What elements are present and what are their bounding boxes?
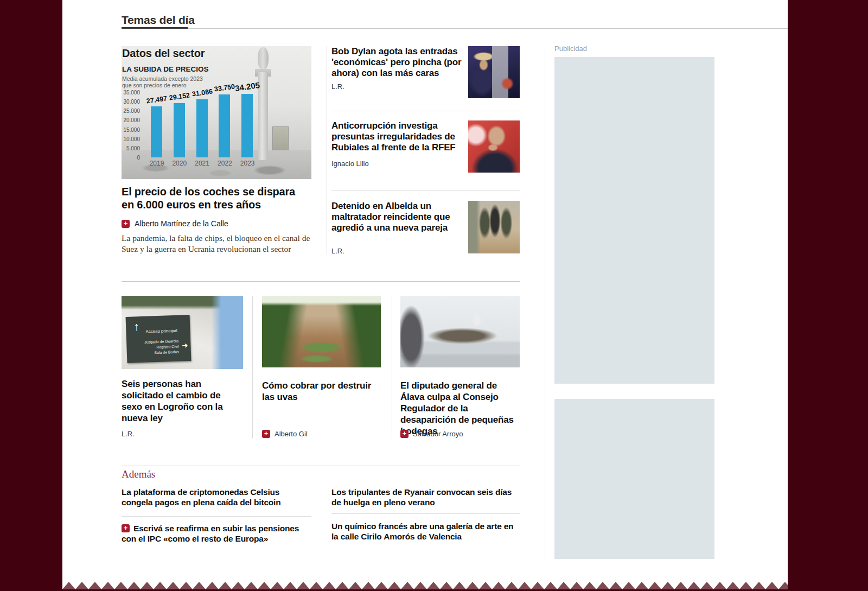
article-headline[interactable]: Seis personas han solicitado el cambio d… (122, 378, 242, 424)
card-divider (252, 296, 253, 439)
main-article-headline[interactable]: El precio de los coches se dispara en 6.… (122, 185, 309, 211)
article-headline[interactable]: El diputado general de Álava culpa al Co… (400, 380, 520, 437)
publicidad-label: Publicidad (554, 45, 587, 53)
section-rule-accent (122, 27, 188, 29)
arrow-up-icon: ↑ (133, 321, 140, 333)
chart-kicker: Datos del sector (122, 47, 205, 60)
chart-y-tick: 20.000 (122, 117, 140, 123)
chart-bar-2021 (196, 99, 208, 157)
arrow-right-icon: ➜ (181, 341, 188, 349)
article-author: L.R. (331, 82, 344, 91)
article-headline[interactable]: Anticorrupción investiga presuntas irreg… (331, 120, 468, 153)
article-byline: Alberto Gil (262, 430, 308, 438)
article-image-vineyard[interactable] (262, 296, 381, 367)
article-bob-dylan: Bob Dylan agota las entradas 'económicas… (331, 46, 520, 111)
article-headline[interactable]: Detenido en Albelda un maltratador reinc… (331, 201, 468, 233)
article-rubiales: Anticorrupción investiga presuntas irreg… (331, 120, 520, 190)
ademas-link-ryanair[interactable]: Los tripulantes de Ryanair convocan seis… (331, 487, 520, 507)
chart-note-line1: Media acumulada excepto 2023 (122, 75, 203, 82)
article-headline[interactable]: Bob Dylan agota las entradas 'económicas… (331, 46, 468, 79)
chart-y-tick: 35.000 (122, 90, 140, 96)
ademas-link-galeria[interactable]: Un químico francés abre una galería de a… (331, 521, 520, 542)
ad-slot-bottom[interactable] (554, 399, 714, 559)
news-page: Temas del día Datos del sector LA SUBIDA… (62, 0, 788, 591)
article-detenido: Detenido en Albelda un maltratador reinc… (331, 201, 520, 255)
article-author: Ignacio Lillo (331, 160, 369, 168)
zigzag-border (62, 582, 788, 589)
article-separator (331, 111, 520, 111)
chart-x-tick: 2021 (190, 160, 214, 167)
ademas-separator (122, 516, 311, 517)
ad-column-divider (545, 46, 545, 559)
article-image-courthouse[interactable]: ↑ Acceso principal Juzgado de Guardia Re… (122, 296, 243, 369)
chart-plot: 27.497201929.152202031.086202133.7502022… (141, 92, 304, 157)
premium-plus-icon (262, 430, 270, 438)
chart-y-tick: 0 (122, 155, 140, 161)
chart-x-tick: 2020 (168, 160, 192, 167)
chart-bar-2019 (151, 106, 162, 157)
chart-x-tick: 2019 (145, 160, 169, 167)
courthouse-sign: ↑ Acceso principal Juzgado de Guardia Re… (126, 315, 192, 363)
article-headline[interactable]: Cómo cobrar por destruir las uvas (262, 380, 381, 403)
article-image-bob-dylan[interactable] (468, 46, 520, 98)
card-cambio-sexo: ↑ Acceso principal Juzgado de Guardia Re… (122, 296, 243, 439)
chart-bar-2020 (174, 103, 185, 157)
chart-bar-2022 (219, 94, 230, 157)
chart-y-tick: 30.000 (122, 99, 140, 105)
chart-y-tick: 15.000 (122, 127, 140, 133)
premium-plus-icon (122, 524, 130, 532)
article-author: L.R. (122, 430, 135, 438)
chart-y-tick: 25.000 (122, 108, 140, 114)
chart-x-tick: 2022 (213, 160, 237, 167)
section-separator (122, 466, 520, 466)
column-divider (327, 46, 327, 255)
section-separator (122, 281, 520, 282)
article-author: Salvador Arroyo (413, 430, 463, 438)
card-bodegas: El diputado general de Álava culpa al Co… (400, 296, 520, 439)
ad-slot-top[interactable] (554, 57, 714, 384)
chart-title: LA SUBIDA DE PRECIOS (122, 65, 209, 73)
article-byline: L.R. (122, 430, 135, 438)
article-image-meeting[interactable] (400, 296, 520, 367)
chart-note-line2: que son precios de enero (122, 82, 187, 88)
ademas-link-escriva[interactable]: Escrivá se reafirma en subir las pension… (122, 523, 311, 544)
card-divider (392, 296, 392, 439)
chart-y-tick: 5.000 (122, 145, 140, 151)
main-article-author: Alberto Martínez de la Calle (135, 219, 228, 228)
statue-figure (258, 47, 269, 70)
article-image-rubiales[interactable] (468, 120, 520, 173)
section-title: Temas del día (122, 14, 195, 27)
article-image-arrest[interactable] (468, 201, 520, 253)
main-article-summary: La pandemia, la falta de chips, el bloqu… (122, 233, 310, 254)
premium-plus-icon (122, 220, 130, 228)
premium-plus-icon (400, 430, 409, 438)
article-author: Alberto Gil (275, 430, 308, 438)
article-author: L.R. (331, 247, 344, 255)
chart-y-tick: 10.000 (122, 136, 140, 142)
card-uvas: Cómo cobrar por destruir las uvas Albert… (262, 296, 381, 439)
main-article-byline: Alberto Martínez de la Calle (122, 219, 228, 228)
ademas-link-celsius[interactable]: La plataforma de criptomonedas Celsius c… (122, 487, 311, 507)
article-separator (331, 190, 520, 191)
section-rule (122, 28, 788, 29)
chart-x-tick: 2023 (235, 160, 259, 167)
ademas-title: Además (122, 468, 155, 480)
chart-bar-2023 (241, 94, 253, 157)
ademas-separator (331, 513, 520, 514)
article-byline: Salvador Arroyo (400, 430, 463, 438)
